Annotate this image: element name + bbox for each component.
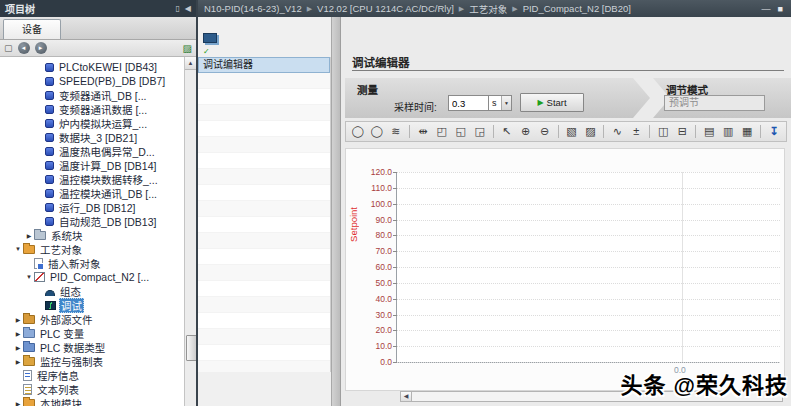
tree-item[interactable]: 调试 — [0, 298, 184, 312]
scroll-up-icon[interactable]: ▲ — [185, 57, 196, 70]
zoom-out-area-icon[interactable]: ◲ — [471, 124, 489, 140]
expander-icon[interactable]: ▼ — [24, 274, 34, 280]
tree-item[interactable]: 炉内模拟块运算_... — [0, 116, 184, 130]
tree-item[interactable]: ▼工艺对象 — [0, 242, 184, 256]
tree-item[interactable]: SPEED(PB)_DB [DB7] — [0, 74, 184, 88]
tree-item[interactable]: 插入新对象 — [0, 256, 184, 270]
sidebar-toolbar: ▢◂▸▨ — [0, 40, 196, 57]
zoom-area-icon[interactable]: ◰ — [433, 124, 451, 140]
chevron-down-icon[interactable]: ▼ — [501, 96, 511, 110]
sample-time-unit-select[interactable]: s ▼ — [488, 95, 512, 111]
pin-icon[interactable]: ▯ — [175, 4, 179, 13]
play-icon: ▶ — [537, 98, 543, 107]
gridline — [397, 362, 780, 363]
forward-icon[interactable]: ▸ — [35, 42, 47, 54]
start-button[interactable]: ▶ Start — [520, 93, 584, 112]
record-icon[interactable]: ◯ — [368, 124, 386, 140]
minimize-icon[interactable]: — — [762, 4, 771, 14]
title-bar: 项目树 ▯ ◀ N10-PID(14-6-23)_V12▶V12.02 [CPU… — [0, 0, 791, 17]
tree-item[interactable]: ▶PLC 变量 — [0, 326, 184, 340]
export-icon[interactable]: ↧ — [765, 124, 783, 140]
tree-item[interactable]: 文本列表 — [0, 382, 184, 396]
tree-item[interactable]: 温控模块通讯_DB [... — [0, 186, 184, 200]
split-vertical-icon[interactable]: ◫ — [654, 124, 672, 140]
filter-icon[interactable]: ▢ — [4, 43, 13, 53]
editor-list-row — [198, 313, 330, 329]
plot-area[interactable] — [396, 172, 780, 363]
tree-item[interactable]: ▼PID_Compact_N2 [... — [0, 270, 184, 284]
expander-icon[interactable]: ▶ — [13, 330, 23, 337]
y-tick-label: 50.0 — [354, 278, 392, 288]
editor-title: 调试编辑器 — [352, 54, 410, 70]
db-block-icon — [45, 91, 54, 100]
tree-item[interactable]: 变频器通讯_DB [... — [0, 88, 184, 102]
gridline — [397, 235, 780, 236]
sample-time-input[interactable] — [448, 95, 490, 111]
tree-item[interactable]: ▶外部源文件 — [0, 312, 184, 326]
align-left-icon[interactable]: ▥ — [719, 124, 737, 140]
tree-scrollbar[interactable]: ▲ — [184, 57, 196, 406]
tree-item[interactable]: 组态 — [0, 284, 184, 298]
tree-item-label: 炉内模拟块运算_... — [57, 116, 149, 131]
zoom-in-icon[interactable]: ⊕ — [517, 124, 535, 140]
fit-vertical-icon[interactable]: ▨ — [581, 124, 599, 140]
collapse-panel-icon[interactable]: ◀ — [185, 4, 191, 13]
fit-horizontal-icon[interactable]: ▧ — [563, 124, 581, 140]
tree-item[interactable]: ▶监控与强制表 — [0, 354, 184, 368]
tree-item[interactable]: 运行_DB [DB12] — [0, 200, 184, 214]
expander-icon[interactable]: ▶ — [13, 358, 23, 365]
y-tick-label: 60.0 — [354, 262, 392, 272]
tuning-mode-select[interactable]: 预调节 — [664, 95, 765, 111]
curve-values-icon[interactable]: ∿ — [608, 124, 626, 140]
breadcrumb-item[interactable]: N10-PID(14-6-23)_V12 — [204, 3, 302, 14]
split-horizontal-icon[interactable]: ⊟ — [673, 124, 691, 140]
align-right-icon[interactable]: ▦ — [738, 124, 756, 140]
expander-icon[interactable]: ▶ — [13, 400, 23, 406]
gridline — [397, 299, 780, 300]
y-tick — [393, 235, 397, 236]
breadcrumb-item[interactable]: PID_Compact_N2 [DB20] — [523, 3, 631, 14]
snapshot-icon[interactable]: ≋ — [387, 124, 405, 140]
tab-devices[interactable]: 设备 — [3, 19, 61, 39]
pause-icon[interactable]: ◯ — [349, 124, 367, 140]
add-object-icon — [34, 258, 43, 269]
db-block-icon — [45, 161, 54, 170]
tree-item[interactable]: 温度热电偶异常_D... — [0, 144, 184, 158]
breadcrumb-item[interactable]: V12.02 [CPU 1214C AC/DC/Rly] — [317, 3, 454, 14]
zoom-out-icon[interactable]: ⊖ — [536, 124, 554, 140]
y-tick-label: 0.0 — [354, 357, 392, 367]
expander-icon[interactable]: ▶ — [24, 232, 34, 239]
tree-item[interactable]: PLCtoKEWEI [DB43] — [0, 60, 184, 74]
pan-icon[interactable]: ⇹ — [414, 124, 432, 140]
editor-list-row — [198, 361, 330, 372]
expander-icon[interactable]: ▼ — [13, 246, 23, 252]
tree-item[interactable]: 自动规范_DB [DB13] — [0, 214, 184, 228]
scroll-left-icon[interactable]: ◀ — [401, 392, 412, 401]
maximize-icon[interactable]: ■ — [778, 4, 783, 14]
tree-item[interactable]: ▶PLC 数据类型 — [0, 340, 184, 354]
gridline — [397, 267, 780, 268]
y-tick — [393, 220, 397, 221]
tree-item[interactable]: 程序信息 — [0, 368, 184, 382]
legend-icon[interactable]: ▤ — [700, 124, 718, 140]
tree-item[interactable]: 温度计算_DB [DB14] — [0, 158, 184, 172]
auto-scale-icon[interactable]: ± — [627, 124, 645, 140]
editor-list-row — [198, 169, 330, 185]
tree-item[interactable]: 数据块_3 [DB21] — [0, 130, 184, 144]
tree-item[interactable]: 变频器通讯数据 [... — [0, 102, 184, 116]
window-controls: — ■ — [762, 4, 791, 14]
cursor-icon[interactable]: ↖ — [498, 124, 516, 140]
tree-item[interactable]: 温控模块数据转移_... — [0, 172, 184, 186]
editor-list-row — [198, 329, 330, 345]
zoom-in-area-icon[interactable]: ◱ — [452, 124, 470, 140]
tree-item[interactable]: ▶系统块 — [0, 228, 184, 242]
plc-datatypes-folder-icon — [23, 343, 35, 352]
detach-icon[interactable]: ▨ — [183, 43, 192, 54]
splitter-handle[interactable] — [331, 17, 341, 406]
expander-icon[interactable]: ▶ — [13, 316, 23, 323]
breadcrumb-item[interactable]: 工艺对象 — [469, 2, 507, 16]
expander-icon[interactable]: ▶ — [13, 344, 23, 351]
editor-list-item[interactable]: 调试编辑器 — [198, 57, 330, 73]
back-icon[interactable]: ◂ — [18, 42, 30, 54]
tree-item[interactable]: ▶本地模块 — [0, 396, 184, 406]
